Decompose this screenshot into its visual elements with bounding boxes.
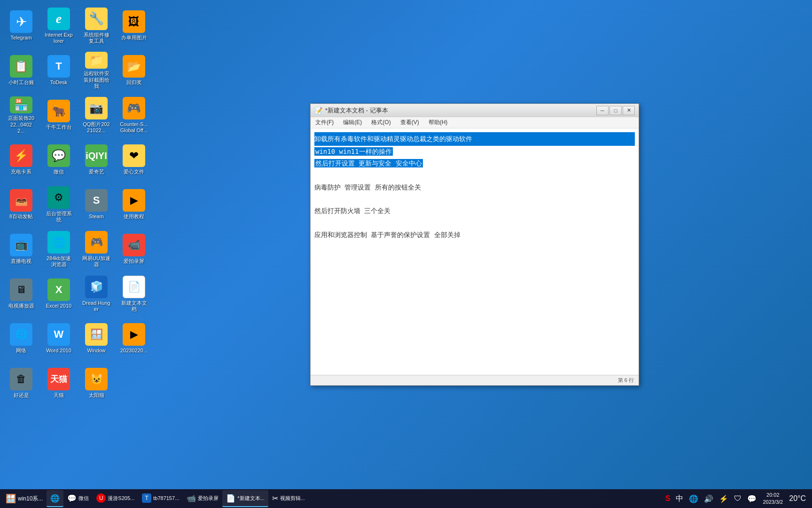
- icon-video-2023[interactable]: ▶ 20230220...: [117, 318, 150, 360]
- taskbar: 🪟 win10系... 🌐 💬 微信 U 漫游S205... T tb78715…: [0, 489, 812, 508]
- icon-back-folder[interactable]: 📂 回归奖: [117, 49, 150, 92]
- icon-love-file-label: 爱心文件: [124, 169, 144, 175]
- weixin-task-icon: 💬: [67, 494, 77, 503]
- icon-unknown1[interactable]: 📋 小时工台账: [5, 49, 38, 92]
- icon-tmall-label: 天猫: [54, 392, 64, 398]
- minimize-button[interactable]: ─: [596, 106, 609, 115]
- taskbar-clip-label: 视频剪辑...: [280, 495, 305, 502]
- icon-ie[interactable]: e Internet Explorer: [42, 5, 75, 47]
- icon-284k-browser[interactable]: 🌐 284kb加速浏览器: [42, 228, 75, 270]
- menu-edit[interactable]: 编辑(E): [338, 117, 367, 128]
- icon-qq-pic[interactable]: 📷 QQ图片20221022...: [80, 94, 113, 136]
- taskbar-tray: S 中 🌐 🔊 ⚡ 🛡 💬 20:02 2023/3/2 20°C: [661, 492, 810, 506]
- icon-dread-hunger[interactable]: 🧊 Dread Hunger: [80, 273, 113, 315]
- icon-excel2010[interactable]: X Excel 2010: [42, 273, 75, 315]
- notepad-title-text: *新建文本文档 - 记事本: [325, 106, 388, 115]
- tb-icon: T: [142, 493, 151, 503]
- notepad-task-icon: 📄: [226, 494, 235, 503]
- taskbar-aipai[interactable]: 📹 爱拍录屏: [183, 490, 222, 507]
- clip-icon: ✂: [272, 494, 278, 503]
- icon-system-repair[interactable]: 🔧 系统组件修复工具: [80, 5, 113, 47]
- icon-screen-capture[interactable]: 📹 爱拍录屏: [117, 228, 150, 270]
- taskbar-unicom-label: 漫游S205...: [108, 495, 134, 502]
- maximize-button[interactable]: □: [609, 106, 622, 115]
- taskbar-aipai-label: 爱拍录屏: [198, 495, 219, 502]
- icon-auto-send[interactable]: 📤 8百动发帖: [5, 183, 38, 226]
- icon-simple-photo-label: 办单用图片: [121, 35, 147, 41]
- icon-remote-tool-label: 远程软件安装好截图给我: [82, 71, 110, 89]
- menu-help[interactable]: 帮助(H): [424, 117, 453, 128]
- icon-tv-player[interactable]: 🖥 电视播放器: [5, 273, 38, 315]
- icon-net-uu[interactable]: 🎮 网易UU加速器: [80, 228, 113, 270]
- tray-ime[interactable]: 中: [674, 494, 685, 504]
- content-line3-highlight: 然后打开设置 更新与安全 安全中心: [314, 159, 423, 167]
- status-line: 第 6 行: [618, 377, 634, 384]
- icon-live-tv-label: 直播电视: [11, 258, 31, 264]
- tray-action-center[interactable]: 💬: [746, 494, 758, 503]
- taskbar-notepad[interactable]: 📄 *新建文本...: [222, 490, 268, 507]
- icon-back-manager-label: 后台管理系统: [45, 211, 73, 223]
- icon-back-folder-label: 回归奖: [126, 79, 142, 86]
- icon-excel2010-label: Excel 2010: [46, 303, 71, 309]
- icon-recycle[interactable]: 🗑 好还是: [5, 362, 38, 405]
- system-clock[interactable]: 20:02 2023/3/2: [761, 492, 785, 506]
- icon-ie-label: Internet Explorer: [45, 32, 73, 44]
- menu-view[interactable]: 查看(V): [396, 117, 424, 128]
- icon-windows[interactable]: 🪟 Window: [80, 318, 113, 360]
- icon-steam[interactable]: S Steam: [80, 183, 113, 226]
- content-line7: 然后打开防火墙 三个全关: [314, 205, 635, 217]
- icon-qq-pic-label: QQ图片20221022...: [82, 121, 110, 134]
- icon-word2010[interactable]: W Word 2010: [42, 318, 75, 360]
- icon-todesk[interactable]: T ToDesk: [42, 49, 75, 92]
- close-button[interactable]: ✕: [623, 106, 635, 115]
- menu-format[interactable]: 格式(O): [367, 117, 395, 128]
- icon-weixin[interactable]: 💬 微信: [42, 139, 75, 181]
- tray-sogou[interactable]: S: [664, 494, 672, 503]
- icon-tutorial[interactable]: ▶ 使用教程: [117, 183, 150, 226]
- icon-store-decor[interactable]: 🏪 店面装饰2022...04022...: [5, 94, 38, 136]
- icon-counter-go-label: Counter-S... Global Off...: [120, 121, 148, 134]
- icon-iqiyi-label: 爱奇艺: [89, 169, 104, 175]
- icon-network[interactable]: 🌐 网络: [5, 318, 38, 360]
- notepad-content[interactable]: 卸载所有杀毒软件和驱动精灵驱动总裁之类的驱动软件 win10 win11一样的操…: [311, 128, 639, 375]
- taskbar-unicom[interactable]: U 漫游S205...: [93, 490, 138, 507]
- desktop-icon-grid: ✈ Telegram e Internet Explorer 🔧 系统组件修复工…: [5, 5, 150, 405]
- tray-battery[interactable]: ⚡: [718, 494, 730, 503]
- icon-store-decor-label: 店面装饰2022...04022...: [7, 115, 35, 134]
- icon-hourly-work[interactable]: 🐂 千牛工作台: [42, 94, 75, 136]
- desktop: ✈ Telegram e Internet Explorer 🔧 系统组件修复工…: [0, 0, 812, 489]
- icon-charge-card[interactable]: ⚡ 充电卡系: [5, 139, 38, 181]
- icon-live-tv[interactable]: 📺 直播电视: [5, 228, 38, 270]
- taskbar-weixin[interactable]: 💬 微信: [63, 490, 93, 507]
- menu-file[interactable]: 文件(F): [311, 117, 338, 128]
- icon-taiyanmao[interactable]: 😺 太阳猫: [80, 362, 113, 405]
- icon-back-manager[interactable]: ⚙ 后台管理系统: [42, 183, 75, 226]
- tray-shield[interactable]: 🛡: [733, 494, 743, 503]
- notepad-menubar: 文件(F) 编辑(E) 格式(O) 查看(V) 帮助(H): [311, 117, 639, 128]
- icon-new-txt[interactable]: 📄 新建文本文档: [117, 273, 150, 315]
- taskbar-browser[interactable]: 🌐: [47, 490, 63, 507]
- icon-tutorial-label: 使用教程: [124, 214, 144, 220]
- icon-iqiyi[interactable]: iQIYI 爱奇艺: [80, 139, 113, 181]
- tray-volume[interactable]: 🔊: [703, 494, 715, 503]
- icon-auto-send-label: 8百动发帖: [9, 214, 33, 220]
- unicom-icon: U: [96, 493, 106, 503]
- taskbar-notepad-label: *新建文本...: [237, 495, 264, 502]
- icon-telegram[interactable]: ✈ Telegram: [5, 5, 38, 47]
- icon-simple-photo[interactable]: 🖼 办单用图片: [117, 5, 150, 47]
- taskbar-clip[interactable]: ✂ 视频剪辑...: [268, 490, 309, 507]
- icon-todesk-label: ToDesk: [50, 79, 68, 86]
- notepad-statusbar: 第 6 行: [311, 375, 639, 385]
- tray-weather[interactable]: 20°C: [788, 494, 807, 503]
- icon-tmall[interactable]: 天猫 天猫: [42, 362, 75, 405]
- icon-word2010-label: Word 2010: [46, 348, 71, 354]
- taskbar-tb[interactable]: T tb787157...: [138, 490, 183, 507]
- browser-icon: 🌐: [50, 494, 60, 503]
- icon-weixin-label: 微信: [54, 169, 64, 175]
- window-controls: ─ □ ✕: [596, 106, 635, 115]
- icon-remote-tool[interactable]: 📁 远程软件安装好截图给我: [80, 49, 113, 92]
- tray-network[interactable]: 🌐: [687, 494, 700, 503]
- start-button[interactable]: 🪟 win10系...: [2, 490, 47, 507]
- icon-counter-go[interactable]: 🎮 Counter-S... Global Off...: [117, 94, 150, 136]
- icon-love-file[interactable]: ❤ 爱心文件: [117, 139, 150, 181]
